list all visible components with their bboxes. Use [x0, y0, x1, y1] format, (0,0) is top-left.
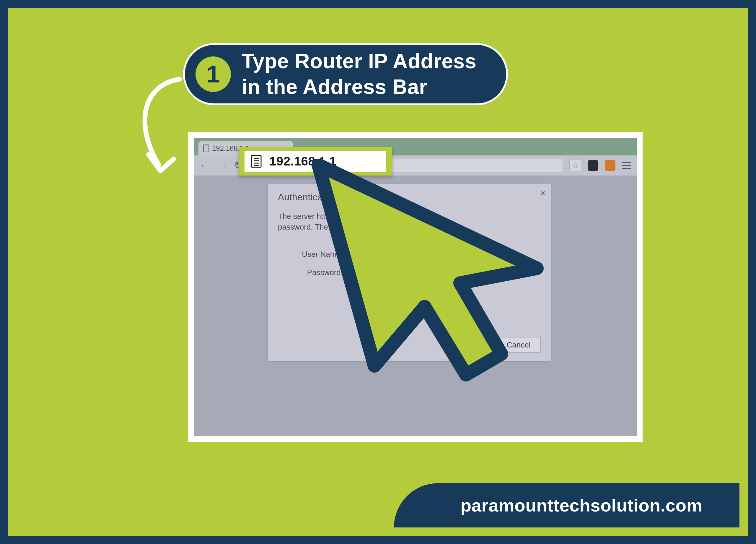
- browser-menu-icon[interactable]: [622, 162, 631, 169]
- dialog-title: Authentication R: [278, 192, 541, 203]
- browser-window: 192.168.1.1 × ← → ↻ ☆: [194, 138, 637, 436]
- document-icon: [251, 155, 262, 168]
- cancel-button[interactable]: Cancel: [496, 337, 541, 353]
- bookmark-star-icon[interactable]: ☆: [569, 159, 581, 171]
- step-title-line2: in the Address Bar: [242, 75, 427, 98]
- password-label: Password:: [296, 268, 343, 277]
- nav-forward-icon[interactable]: →: [217, 159, 227, 172]
- address-callout-inner: 192.168.1.1: [245, 151, 386, 172]
- dialog-actions: Log Cancel: [444, 337, 541, 353]
- address-callout: 192.168.1.1: [239, 147, 392, 175]
- ip-address-text: 192.168.1.1: [269, 154, 336, 168]
- step-header: 1 Type Router IP Address in the Address …: [183, 43, 508, 105]
- nav-back-icon[interactable]: ←: [200, 159, 210, 172]
- password-row: Password:: [296, 267, 541, 279]
- footer-badge: paramounttechsolution.com: [394, 483, 739, 527]
- dialog-body-line2: password. The server says: [278, 222, 369, 231]
- dialog-body: The server http://192.16 password. The s…: [278, 211, 541, 232]
- auth-dialog: × Authentication R The server http://192…: [268, 184, 551, 361]
- infographic-frame: 1 Type Router IP Address in the Address …: [0, 0, 756, 544]
- footer-url: paramounttechsolution.com: [460, 495, 702, 516]
- page-icon: [203, 144, 209, 152]
- screenshot-frame: 192.168.1.1 × ← → ↻ ☆: [188, 132, 643, 442]
- extension-icon-2[interactable]: [605, 160, 615, 171]
- flow-arrow-icon: [132, 76, 191, 177]
- username-label: User Name:: [296, 250, 343, 259]
- password-field[interactable]: [348, 267, 437, 279]
- login-button[interactable]: Log: [444, 337, 488, 353]
- username-field[interactable]: [348, 248, 437, 260]
- dialog-body-line1: The server http://192.16: [278, 212, 359, 221]
- extension-icon-1[interactable]: [588, 160, 598, 171]
- step-title-line1: Type Router IP Address: [242, 50, 476, 73]
- step-number-badge: 1: [195, 56, 231, 92]
- username-row: User Name:: [296, 248, 541, 260]
- step-title: Type Router IP Address in the Address Ba…: [242, 48, 476, 100]
- dialog-close-icon[interactable]: ×: [540, 188, 545, 198]
